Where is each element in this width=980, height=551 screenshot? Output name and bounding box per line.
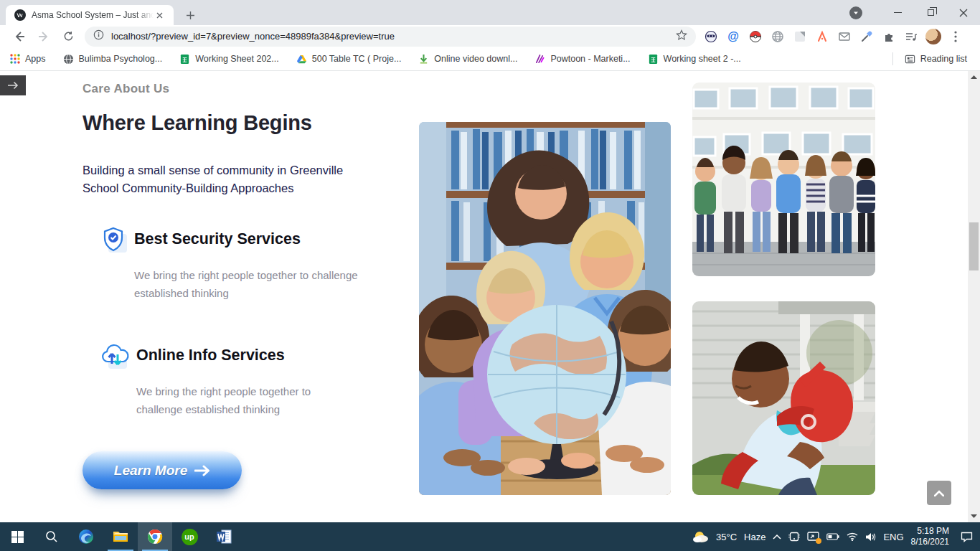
apps-shortcut[interactable]: Apps: [10, 54, 46, 64]
language-indicator[interactable]: ENG: [883, 532, 903, 542]
battery-icon[interactable]: [826, 533, 839, 540]
powtoon-favicon-icon: [534, 54, 545, 65]
restore-button[interactable]: [914, 0, 947, 25]
profile-avatar[interactable]: [924, 27, 943, 46]
taskbar-clock[interactable]: 5:18 PM 8/16/2021: [911, 526, 949, 547]
word-icon: [216, 529, 232, 544]
bookmarks-bar: Apps Bulimba Psycholog... Working Sheet …: [0, 47, 980, 71]
taskbar-edge-button[interactable]: [69, 522, 103, 551]
page-viewport: Care About Us Where Learning Begins Buil…: [0, 71, 980, 522]
reload-button[interactable]: [58, 27, 78, 47]
scrollbar-up-arrow[interactable]: [968, 71, 980, 83]
arrow-right-icon: [7, 81, 19, 90]
desktop-screen: Asma School System – Just anoth: [0, 0, 980, 551]
eyedropper-extension-icon[interactable]: [857, 27, 876, 46]
scrollbar-down-arrow[interactable]: [968, 511, 980, 522]
chrome-menu-kebab-icon[interactable]: [946, 27, 965, 46]
sheets-favicon-icon: [648, 54, 659, 65]
at-symbol-extension-icon[interactable]: @: [724, 27, 743, 46]
notes-extension-icon[interactable]: [791, 27, 809, 46]
bookmark-item[interactable]: Working Sheet 202...: [179, 54, 279, 65]
drive-favicon-icon: [296, 54, 307, 65]
tray-chevron-up-icon[interactable]: [773, 534, 781, 540]
globe-extension-icon[interactable]: [768, 27, 787, 46]
page-info-icon[interactable]: [93, 29, 104, 43]
tab-title: Asma School System – Just anoth: [32, 10, 154, 20]
extensions-puzzle-icon[interactable]: [880, 27, 898, 46]
weather-icon[interactable]: [693, 530, 709, 543]
reading-list-icon: [905, 54, 915, 65]
tab-close-icon[interactable]: [154, 9, 165, 21]
bookmark-item[interactable]: Working sheet 2 -...: [648, 54, 741, 65]
apps-grid-icon: [10, 54, 20, 64]
system-tray: 35°C Haze ENG 5:18 PM: [693, 526, 980, 547]
new-tab-button[interactable]: [182, 7, 198, 23]
globe-favicon-icon: [63, 54, 74, 65]
cloud-sync-icon: [101, 343, 130, 372]
address-bar[interactable]: localhost/?preview_id=7&preview_nonce=48…: [85, 27, 696, 47]
wordpress-favicon-icon: [14, 9, 26, 21]
action-center-icon[interactable]: [961, 532, 973, 542]
browser-toolbar: localhost/?preview_id=7&preview_nonce=48…: [0, 25, 980, 47]
bookmark-star-icon[interactable]: [676, 29, 687, 44]
bookmark-item[interactable]: Powtoon - Marketi...: [534, 54, 630, 65]
weather-condition[interactable]: Haze: [744, 532, 765, 542]
taskbar-search-button[interactable]: [34, 522, 69, 551]
feature-description: We bring the right people together to ch…: [134, 266, 387, 302]
close-button[interactable]: [947, 0, 980, 25]
edge-icon: [78, 529, 94, 545]
feature-title: Best Security Services: [134, 230, 301, 248]
bookmark-item[interactable]: Bulimba Psycholog...: [63, 54, 163, 65]
chevron-up-icon: [934, 490, 944, 496]
clock-date: 8/16/2021: [911, 537, 949, 547]
minimize-button[interactable]: [881, 0, 914, 25]
upwork-icon: up: [182, 529, 198, 545]
caret-a-extension-icon[interactable]: [813, 27, 831, 46]
bookmark-item[interactable]: 500 Table TC ( Proje...: [296, 54, 402, 65]
tray-device-icon[interactable]: [788, 532, 800, 542]
taskbar-chrome-button[interactable]: [138, 522, 172, 551]
volume-icon[interactable]: [865, 532, 876, 542]
bookmarks-bar-right: Reading list: [892, 52, 970, 65]
taskbar-file-explorer-button[interactable]: [103, 522, 138, 551]
wifi-icon[interactable]: [847, 532, 858, 541]
browser-titlebar: Asma School System – Just anoth: [0, 0, 980, 25]
sheets-favicon-icon: [179, 54, 190, 65]
students-group-image: [692, 83, 875, 276]
scroll-to-top-button[interactable]: [927, 481, 951, 505]
media-control-icon[interactable]: [849, 6, 862, 19]
file-explorer-icon: [113, 530, 128, 543]
classroom-globe-image: [419, 122, 671, 495]
media-queue-extension-icon[interactable]: [902, 27, 920, 46]
boy-backpack-image: [692, 301, 875, 495]
section-eyebrow: Care About Us: [83, 82, 169, 96]
arrow-right-icon: [194, 465, 210, 476]
intro-paragraph: Building a small sense of community in G…: [83, 161, 380, 197]
cast-icon[interactable]: [807, 532, 819, 542]
browser-tab[interactable]: Asma School System – Just anoth: [6, 5, 174, 25]
window-controls: [849, 0, 980, 25]
page-title: Where Learning Begins: [83, 111, 312, 135]
admin-panel-toggle[interactable]: [0, 75, 26, 95]
feature-title: Online Info Services: [136, 347, 285, 364]
notification-dot: [816, 538, 821, 544]
weather-temp[interactable]: 35°C: [716, 532, 737, 542]
scrollbar-thumb[interactable]: [969, 222, 979, 270]
back-button[interactable]: [9, 27, 29, 47]
taskbar-upwork-button[interactable]: up: [172, 522, 207, 551]
learn-more-button[interactable]: Learn More: [83, 451, 242, 489]
ninja-extension-icon[interactable]: [702, 27, 720, 46]
clock-time: 5:18 PM: [911, 526, 949, 537]
feature-description: We bring the right people together to ch…: [136, 382, 334, 418]
start-button[interactable]: [0, 522, 34, 551]
reading-list-button[interactable]: Reading list: [905, 54, 967, 65]
bookmark-item[interactable]: Online video downl...: [418, 54, 517, 65]
forward-button[interactable]: [34, 27, 54, 47]
pokeball-extension-icon[interactable]: [746, 27, 765, 46]
page-scrollbar[interactable]: [968, 71, 980, 522]
mail-extension-icon[interactable]: [835, 27, 854, 46]
url-text: localhost/?preview_id=7&preview_nonce=48…: [111, 31, 676, 42]
taskbar-word-button[interactable]: [207, 522, 241, 551]
chrome-icon: [147, 529, 163, 545]
shield-check-icon: [101, 227, 130, 255]
